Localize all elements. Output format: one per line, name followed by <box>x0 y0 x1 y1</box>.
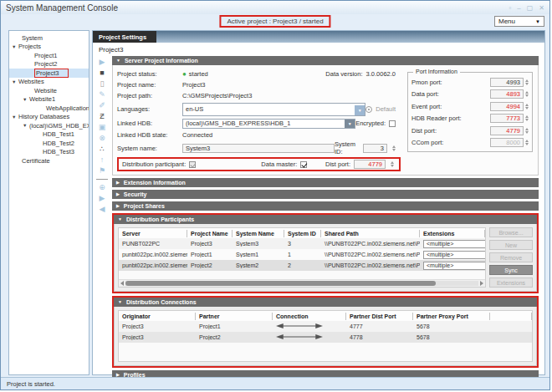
distribution-icon[interactable]: ∴ <box>96 145 108 154</box>
ccom-port-input[interactable]: 8000 <box>490 138 524 147</box>
scroll-right-icon[interactable] <box>480 281 483 286</box>
browse-button[interactable]: Browse... <box>489 227 533 237</box>
close-project-icon[interactable]: ⊗ <box>96 134 108 143</box>
distribution-participant-checkbox[interactable] <box>189 161 196 168</box>
add-icon[interactable]: ⊕ <box>96 183 108 192</box>
chevron-down-icon[interactable]: ▼ <box>355 105 365 115</box>
languages-listbox[interactable]: en-US ▼ <box>182 103 365 116</box>
play-icon[interactable]: ▶ <box>96 58 108 67</box>
pmon-port-input[interactable]: 4993 <box>490 78 524 87</box>
horizontal-scrollbar[interactable] <box>119 279 485 287</box>
section-header-security[interactable]: ▶ Security <box>112 190 539 199</box>
data-master-label: Data master: <box>261 160 297 168</box>
spinner[interactable] <box>525 104 529 109</box>
extensions-combo[interactable]: <multiple> <box>423 240 485 248</box>
default-radio[interactable] <box>365 106 372 113</box>
extensions-button[interactable]: Extensions <box>489 277 533 288</box>
save-icon[interactable]: ▣ <box>96 123 108 132</box>
distribution-participant-label: Distribution participant: <box>122 160 186 168</box>
chevron-down-icon[interactable]: ▼ <box>345 120 355 128</box>
section-header-project-shares[interactable]: ▶ Project Shares <box>112 201 539 211</box>
table-row[interactable]: Project3 Project1 4777 5678 <box>119 321 532 332</box>
close-button[interactable]: ✕ <box>539 4 544 12</box>
active-project-label: Active project : Project3 / started <box>219 15 330 28</box>
encrypted-checkbox[interactable] <box>389 120 396 127</box>
system-name-input[interactable]: System3 <box>182 144 335 153</box>
minimize-button[interactable]: – <box>517 4 520 12</box>
stop-icon[interactable]: ■ <box>96 69 108 78</box>
section-header-extension-information[interactable]: ▶ Extension Information <box>112 178 539 187</box>
distribution-participants-table: Server Project Name System Name System I… <box>118 227 486 288</box>
table-row[interactable]: punbt022pc.in002.siemer Project1 System1… <box>119 249 485 260</box>
table-row[interactable]: Project3 Project2 4778 5678 <box>119 332 532 343</box>
sync-button[interactable]: Sync <box>489 265 533 275</box>
chevron-expanded-icon[interactable]: ▼ <box>20 123 29 128</box>
spinner[interactable] <box>525 91 529 97</box>
linked-hdb-combo[interactable]: (local)\GMS_HDB_EXPRESS\HDB_1 ▼ <box>182 119 355 129</box>
data-master-checkbox[interactable] <box>300 161 307 168</box>
main-panel: Project Settings Project3 ▶ ■ ▯ ✎ ✐ Ƶ ▣ … <box>92 30 545 375</box>
scrollbar-thumb[interactable] <box>125 281 436 286</box>
system-id-input[interactable]: 3 <box>363 144 387 153</box>
extensions-combo[interactable]: <multiple> <box>423 251 485 259</box>
upload-icon[interactable]: ↑ <box>96 155 108 165</box>
spinner[interactable] <box>525 79 529 85</box>
sidebar-item-hdb-test2[interactable]: HDB_Test2 <box>9 139 89 148</box>
compress-icon[interactable]: Ƶ <box>96 112 108 121</box>
table-row[interactable]: PUNBT022PC Project3 System3 3 \\PUNBT022… <box>119 238 485 249</box>
sidebar-item-hdb-test1[interactable]: HDB_Test1 <box>9 130 89 140</box>
port-information-title: Port Information <box>413 69 460 74</box>
chevron-down-icon: ▼ <box>535 19 540 24</box>
spinner[interactable] <box>525 115 529 121</box>
spinner[interactable] <box>391 161 394 167</box>
event-port-input[interactable]: 4994 <box>490 102 524 111</box>
page-title: Project3 <box>93 43 544 55</box>
annotate-icon[interactable]: ✐ <box>96 101 108 110</box>
extensions-combo[interactable]: <multiple> <box>423 262 485 270</box>
sidebar-item-gms-hdb-express[interactable]: ▼(local)\GMS_HDB_EXPRESS <box>9 121 89 130</box>
dist-port-group-input[interactable]: 4779 <box>490 126 524 135</box>
forward-icon[interactable]: ▶ <box>96 194 108 203</box>
default-label: Default <box>376 105 396 113</box>
data-port-input[interactable]: 4893 <box>490 89 524 99</box>
sidebar-item-hdb-test3[interactable]: HDB_Test3 <box>9 148 89 157</box>
section-header-server-project-information[interactable]: ▼ Server Project Information <box>112 56 539 65</box>
spinner[interactable] <box>392 145 396 151</box>
back-icon[interactable]: ◀ <box>96 205 108 214</box>
dist-port-input[interactable]: 4779 <box>354 160 386 169</box>
sidebar-item-history-databases[interactable]: ▼History Databases <box>9 113 89 122</box>
data-version-value: 3.0.0062.0 <box>366 70 396 78</box>
tab-project-settings[interactable]: Project Settings <box>93 31 156 43</box>
section-header-distribution-connections[interactable]: ▼ Distribution Connections <box>114 298 537 307</box>
sidebar-item-project1[interactable]: Project1 <box>9 51 89 60</box>
sidebar-item-website[interactable]: Website <box>9 86 89 95</box>
sidebar-item-webapplication1[interactable]: WebApplication1 <box>9 104 89 113</box>
spinner[interactable] <box>525 128 529 134</box>
scroll-left-icon[interactable] <box>120 281 124 286</box>
chevron-expanded-icon[interactable]: ▼ <box>9 44 18 49</box>
sidebar-item-projects[interactable]: ▼Projects <box>9 43 89 52</box>
menu-dropdown[interactable]: Menu ▼ <box>494 16 544 27</box>
sidebar-item-websites[interactable]: ▼Websites <box>9 78 89 87</box>
table-row[interactable]: punbt022pc.in002.siemer Project2 System2… <box>119 260 485 271</box>
chevron-collapsed-icon: ▶ <box>116 204 120 208</box>
chevron-expanded-icon[interactable]: ▼ <box>20 97 29 102</box>
sidebar-item-project2[interactable]: Project2 <box>9 60 89 69</box>
chevron-expanded-icon[interactable]: ▼ <box>9 79 18 84</box>
chevron-expanded-icon[interactable]: ▼ <box>9 115 18 120</box>
ccom-port-label: CCom port: <box>411 139 490 146</box>
hdb-reader-port-input[interactable]: 7773 <box>490 114 524 123</box>
maximize-button[interactable]: ▢ <box>527 4 534 12</box>
sidebar-item-project3[interactable]: Project3 <box>9 69 89 78</box>
spinner[interactable] <box>525 140 529 145</box>
edit-icon[interactable]: ✎ <box>96 90 108 99</box>
sidebar-item-website1[interactable]: ▼Website1 <box>9 95 89 104</box>
window-controls: ▫ – ▢ ✕ <box>509 4 544 12</box>
pin-icon[interactable]: ⚑ <box>96 166 108 176</box>
document-icon[interactable]: ▯ <box>96 79 108 89</box>
remove-button[interactable]: Remove <box>489 252 533 262</box>
sidebar-item-system[interactable]: System <box>9 33 89 43</box>
sidebar-item-certificate[interactable]: Certificate <box>9 156 89 165</box>
new-button[interactable]: New <box>489 240 533 250</box>
section-header-distribution-participants[interactable]: ▼ Distribution Participants <box>114 215 537 224</box>
